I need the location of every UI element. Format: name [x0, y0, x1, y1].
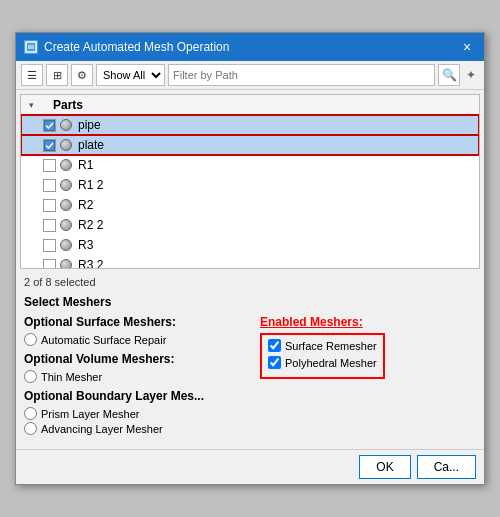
optional-boundary-section: Optional Boundary Layer Mes... Prism Lay…: [24, 389, 240, 435]
title-bar-left: Create Automated Mesh Operation: [24, 40, 229, 54]
parts-expander[interactable]: ▾: [25, 99, 37, 111]
polyhedral-mesher-checkbox[interactable]: [268, 356, 281, 369]
pipe-label: pipe: [78, 118, 101, 132]
optional-volume-section: Optional Volume Meshers: Thin Mesher: [24, 352, 240, 383]
polyhedral-mesher-item[interactable]: Polyhedral Mesher: [268, 356, 377, 369]
pipe-icon: [58, 117, 74, 133]
close-button[interactable]: ×: [458, 38, 476, 56]
auto-surface-repair-radio[interactable]: [24, 333, 37, 346]
settings-button[interactable]: ⚙: [71, 64, 93, 86]
surface-remesher-item[interactable]: Surface Remesher: [268, 339, 377, 352]
footer: OK Ca...: [16, 449, 484, 484]
auto-surface-repair-option[interactable]: Automatic Surface Repair: [24, 333, 240, 346]
show-all-select[interactable]: Show All: [96, 64, 165, 86]
optional-meshers-col: Optional Surface Meshers: Automatic Surf…: [24, 315, 240, 441]
svg-rect-4: [45, 140, 55, 150]
thin-mesher-option[interactable]: Thin Mesher: [24, 370, 240, 383]
plate-checkbox[interactable]: [43, 139, 56, 152]
r1-icon: [58, 157, 74, 173]
optional-surface-title: Optional Surface Meshers:: [24, 315, 240, 329]
r3-icon: [58, 237, 74, 253]
optional-surface-section: Optional Surface Meshers: Automatic Surf…: [24, 315, 240, 346]
parts-header: ▾ Parts: [21, 95, 479, 115]
tree-item-r32[interactable]: R3 2: [21, 255, 479, 269]
dialog-title: Create Automated Mesh Operation: [44, 40, 229, 54]
tree-item-r22[interactable]: R2 2: [21, 215, 479, 235]
dialog-icon: [24, 40, 38, 54]
r12-checkbox[interactable]: [43, 179, 56, 192]
prism-layer-option[interactable]: Prism Layer Mesher: [24, 407, 240, 420]
advancing-layer-label: Advancing Layer Mesher: [41, 423, 163, 435]
filter-search-button[interactable]: 🔍: [438, 64, 460, 86]
r1-label: R1: [78, 158, 93, 172]
auto-surface-repair-label: Automatic Surface Repair: [41, 334, 166, 346]
polyhedral-mesher-label: Polyhedral Mesher: [285, 357, 377, 369]
dialog: Create Automated Mesh Operation × ☰ ⊞ ⚙ …: [15, 32, 485, 485]
surface-remesher-label: Surface Remesher: [285, 340, 377, 352]
r32-label: R3 2: [78, 258, 103, 269]
meshers-section-title: Select Meshers: [24, 295, 476, 309]
r3-checkbox[interactable]: [43, 239, 56, 252]
pin-button[interactable]: ✦: [463, 64, 479, 86]
tree-view-button[interactable]: ⊞: [46, 64, 68, 86]
plate-label: plate: [78, 138, 104, 152]
r2-checkbox[interactable]: [43, 199, 56, 212]
r1-checkbox[interactable]: [43, 159, 56, 172]
svg-rect-3: [45, 120, 55, 130]
thin-mesher-label: Thin Mesher: [41, 371, 102, 383]
title-bar: Create Automated Mesh Operation ×: [16, 33, 484, 61]
toolbar: ☰ ⊞ ⚙ Show All 🔍 ✦: [16, 61, 484, 90]
plate-icon: [58, 137, 74, 153]
prism-layer-radio[interactable]: [24, 407, 37, 420]
r2-icon: [58, 197, 74, 213]
select-meshers-section: Select Meshers Optional Surface Meshers:…: [16, 291, 484, 449]
enabled-meshers-col: Enabled Meshers: Surface Remesher Polyhe…: [260, 315, 476, 441]
prism-layer-label: Prism Layer Mesher: [41, 408, 139, 420]
parts-label: Parts: [53, 98, 83, 112]
tree-item-r1[interactable]: R1: [21, 155, 479, 175]
advancing-layer-option[interactable]: Advancing Layer Mesher: [24, 422, 240, 435]
tree-item-r2[interactable]: R2: [21, 195, 479, 215]
r32-icon: [58, 257, 74, 269]
svg-rect-0: [26, 42, 36, 52]
advancing-layer-radio[interactable]: [24, 422, 37, 435]
tree-item-pipe[interactable]: pipe: [21, 115, 479, 135]
pipe-checkbox[interactable]: [43, 119, 56, 132]
surface-remesher-checkbox[interactable]: [268, 339, 281, 352]
cancel-button[interactable]: Ca...: [417, 455, 476, 479]
meshers-grid: Optional Surface Meshers: Automatic Surf…: [24, 315, 476, 441]
selection-status: 2 of 8 selected: [24, 276, 96, 288]
status-bar: 2 of 8 selected: [16, 273, 484, 291]
tree-item-plate[interactable]: plate: [21, 135, 479, 155]
filter-input[interactable]: [168, 64, 435, 86]
tree-item-r3[interactable]: R3: [21, 235, 479, 255]
r12-label: R1 2: [78, 178, 103, 192]
r22-label: R2 2: [78, 218, 103, 232]
r12-icon: [58, 177, 74, 193]
enabled-meshers-box: Surface Remesher Polyhedral Mesher: [260, 333, 385, 379]
ok-button[interactable]: OK: [359, 455, 410, 479]
r22-icon: [58, 217, 74, 233]
r32-checkbox[interactable]: [43, 259, 56, 270]
optional-volume-title: Optional Volume Meshers:: [24, 352, 240, 366]
enabled-meshers-title: Enabled Meshers:: [260, 315, 476, 329]
list-view-button[interactable]: ☰: [21, 64, 43, 86]
thin-mesher-radio[interactable]: [24, 370, 37, 383]
r3-label: R3: [78, 238, 93, 252]
tree-item-r12[interactable]: R1 2: [21, 175, 479, 195]
optional-boundary-title: Optional Boundary Layer Mes...: [24, 389, 240, 403]
r2-label: R2: [78, 198, 93, 212]
r22-checkbox[interactable]: [43, 219, 56, 232]
tree-area[interactable]: ▾ Parts pipe: [20, 94, 480, 269]
